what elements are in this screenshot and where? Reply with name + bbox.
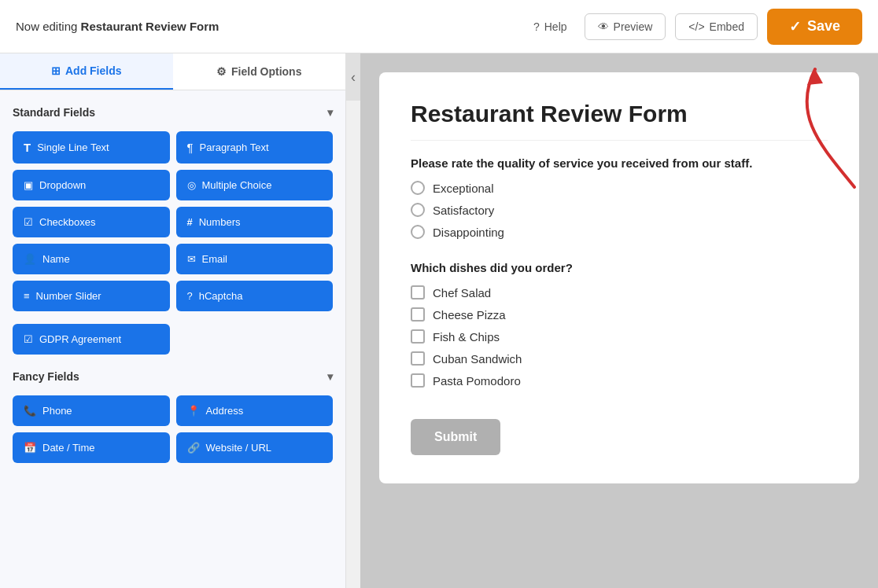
fancy-fields-label: Fancy Fields	[13, 370, 79, 383]
help-icon: ?	[533, 20, 540, 33]
paragraph-text-button[interactable]: ¶ Paragraph Text	[176, 131, 334, 164]
add-fields-icon: ⊞	[51, 64, 61, 77]
checkmark-icon: ✓	[789, 18, 801, 35]
gdpr-agreement-button[interactable]: ☑ GDPR Agreement	[13, 324, 170, 355]
gdpr-icon: ☑	[24, 333, 33, 345]
date-time-icon: 📅	[24, 442, 36, 454]
help-label: Help	[544, 20, 567, 33]
checkboxes-icon: ☑	[24, 216, 33, 228]
address-icon: 📍	[187, 405, 200, 417]
main-layout: ⊞ Add Fields ⚙ Field Options Standard Fi…	[0, 53, 878, 588]
radio-satisfactory: Satisfactory	[411, 203, 828, 217]
standard-fields-label: Standard Fields	[13, 106, 95, 119]
field-options-icon: ⚙	[216, 65, 227, 78]
question2-text: Which dishes did you order?	[411, 261, 828, 274]
hcaptcha-button[interactable]: ? hCaptcha	[176, 281, 334, 311]
embed-icon: </>	[688, 20, 704, 33]
dropdown-button[interactable]: ▣ Dropdown	[13, 170, 170, 200]
single-line-text-button[interactable]: T Single Line Text	[13, 131, 170, 164]
phone-button[interactable]: 📞 Phone	[13, 395, 170, 426]
sidebar: ⊞ Add Fields ⚙ Field Options Standard Fi…	[0, 53, 346, 588]
radio-disappointing-circle[interactable]	[411, 225, 425, 239]
submit-button[interactable]: Submit	[411, 419, 500, 455]
header-actions: ? Help 👁 Preview </> Embed ✓ Save	[526, 9, 862, 45]
embed-label: Embed	[710, 20, 744, 33]
save-label: Save	[807, 18, 840, 35]
radio-exceptional-circle[interactable]	[411, 181, 425, 195]
checkbox-cheese-pizza: Cheese Pizza	[411, 307, 828, 322]
name-button[interactable]: 👤 Name	[13, 244, 170, 274]
email-icon: ✉	[187, 253, 196, 265]
checkbox-fish-chips: Fish & Chips	[411, 329, 828, 344]
date-time-button[interactable]: 📅 Date / Time	[13, 432, 170, 463]
preview-icon: 👁	[598, 20, 609, 33]
checkboxes-button[interactable]: ☑ Checkboxes	[13, 207, 170, 237]
fancy-fields-header: Fancy Fields ▾	[13, 367, 333, 386]
checkbox-cuban-sandwich-input[interactable]	[411, 351, 425, 366]
fancy-fields-grid: 📞 Phone 📍 Address 📅 Date / Time 🔗 Websit…	[13, 395, 333, 463]
number-slider-icon: ≡	[24, 290, 30, 302]
standard-fields-collapse[interactable]: ▾	[327, 106, 333, 119]
tab-add-fields[interactable]: ⊞ Add Fields	[0, 53, 173, 90]
question1-section: Please rate the quality of service you r…	[411, 156, 828, 239]
form-title: Restaurant Review Form	[411, 101, 828, 141]
hcaptcha-icon: ?	[187, 290, 193, 302]
checkbox-fish-chips-input[interactable]	[411, 329, 425, 344]
radio-disappointing: Disappointing	[411, 225, 828, 239]
question1-text: Please rate the quality of service you r…	[411, 156, 828, 170]
multiple-choice-icon: ◎	[187, 179, 196, 191]
form-name-label: Restaurant Review Form	[81, 20, 220, 33]
name-icon: 👤	[24, 253, 36, 265]
checkbox-pasta-pomodoro-input[interactable]	[411, 373, 425, 388]
checkbox-cuban-sandwich: Cuban Sandwich	[411, 351, 828, 366]
header-title: Now editing Restaurant Review Form	[16, 20, 526, 33]
sidebar-collapse-toggle[interactable]	[346, 53, 360, 101]
radio-exceptional: Exceptional	[411, 181, 828, 195]
embed-button[interactable]: </> Embed	[675, 13, 758, 40]
fancy-fields-section: Fancy Fields ▾ 📞 Phone 📍 Address 📅 Date …	[0, 367, 345, 488]
preview-area: Restaurant Review Form Please rate the q…	[360, 53, 878, 588]
gdpr-row: ☑ GDPR Agreement	[13, 324, 333, 355]
dropdown-icon: ▣	[24, 179, 33, 191]
single-line-text-icon: T	[24, 141, 31, 154]
standard-fields-header: Standard Fields ▾	[13, 103, 333, 122]
preview-button[interactable]: 👁 Preview	[585, 13, 666, 40]
add-fields-label: Add Fields	[65, 64, 122, 77]
save-button[interactable]: ✓ Save	[767, 9, 862, 45]
radio-satisfactory-circle[interactable]	[411, 203, 425, 217]
form-card: Restaurant Review Form Please rate the q…	[379, 72, 859, 483]
question2-section: Which dishes did you order? Chef Salad C…	[411, 261, 828, 388]
paragraph-text-icon: ¶	[187, 141, 194, 154]
field-options-label: Field Options	[231, 65, 301, 78]
sidebar-tabs: ⊞ Add Fields ⚙ Field Options	[0, 53, 345, 90]
website-url-icon: 🔗	[187, 442, 200, 454]
fancy-fields-collapse[interactable]: ▾	[327, 370, 333, 383]
multiple-choice-button[interactable]: ◎ Multiple Choice	[176, 170, 334, 200]
preview-label: Preview	[614, 20, 653, 33]
editing-label: Now editing	[16, 20, 77, 33]
phone-icon: 📞	[24, 405, 36, 417]
checkbox-chef-salad: Chef Salad	[411, 285, 828, 300]
email-button[interactable]: ✉ Email	[176, 244, 334, 274]
numbers-icon: #	[187, 216, 193, 228]
tab-field-options[interactable]: ⚙ Field Options	[173, 53, 346, 90]
standard-fields-grid: T Single Line Text ¶ Paragraph Text ▣ Dr…	[13, 131, 333, 311]
checkbox-chef-salad-input[interactable]	[411, 285, 425, 300]
help-button[interactable]: ? Help	[526, 16, 575, 38]
checkbox-cheese-pizza-input[interactable]	[411, 307, 425, 322]
numbers-button[interactable]: # Numbers	[176, 207, 334, 237]
address-button[interactable]: 📍 Address	[176, 395, 334, 426]
number-slider-button[interactable]: ≡ Number Slider	[13, 281, 170, 311]
header: Now editing Restaurant Review Form ? Hel…	[0, 0, 878, 53]
standard-fields-section: Standard Fields ▾ T Single Line Text ¶ P…	[0, 90, 345, 367]
checkbox-pasta-pomodoro: Pasta Pomodoro	[411, 373, 828, 388]
website-url-button[interactable]: 🔗 Website / URL	[176, 432, 334, 463]
